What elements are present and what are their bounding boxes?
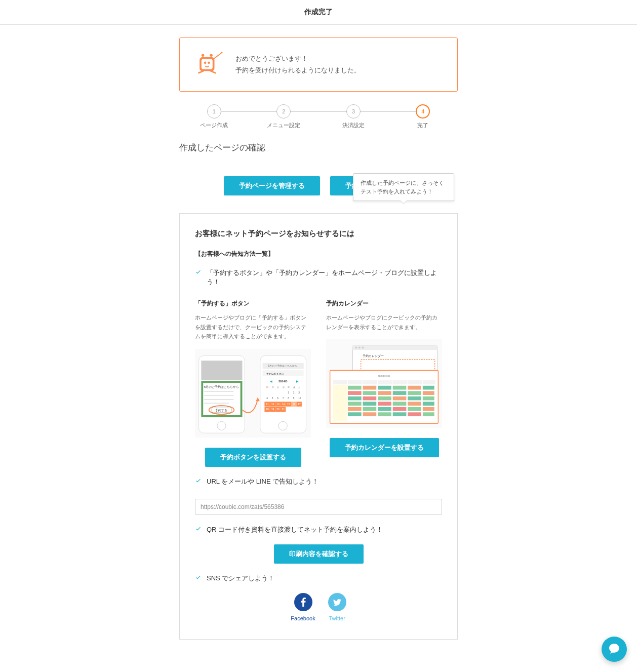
step-connector	[284, 111, 353, 112]
svg-text:◀: ◀	[270, 380, 272, 383]
step-4: 4 完了	[388, 104, 458, 129]
check-item-1: 「予約するボタン」や「予約カレンダー」をホームページ・ブログに設置しよう！	[195, 268, 442, 287]
illus-phone-header: 5月のご予約はこちらから	[204, 386, 239, 389]
congrats-box: おめでとうございます！ 予約を受け付けられるようになりました。	[179, 37, 458, 92]
url-input[interactable]	[195, 499, 442, 515]
svg-rect-100	[348, 397, 362, 401]
step-connector	[214, 111, 284, 112]
facebook-share-button[interactable]: Facebook	[291, 593, 315, 621]
svg-rect-99	[423, 391, 434, 396]
facebook-icon	[294, 593, 312, 611]
svg-rect-115	[393, 407, 407, 411]
congrats-text: おめでとうございます！ 予約を受け付けられるようになりました。	[235, 53, 361, 75]
svg-rect-112	[348, 407, 362, 411]
step-label: メニュー設定	[267, 122, 300, 129]
svg-text:9: 9	[293, 397, 295, 400]
svg-rect-87	[333, 385, 347, 421]
svg-text:日: 日	[266, 386, 268, 388]
check-icon	[195, 525, 202, 533]
svg-text:11: 11	[266, 403, 269, 406]
col-title: 「予約する」ボタン	[195, 299, 311, 308]
svg-text:火: 火	[277, 386, 279, 388]
svg-line-8	[214, 53, 222, 59]
congrats-line-1: おめでとうございます！	[235, 53, 361, 64]
svg-text:16: 16	[293, 403, 296, 406]
panel-subtitle: 【お客様への告知方法一覧】	[195, 250, 442, 258]
svg-rect-84	[393, 380, 408, 385]
svg-text:18: 18	[266, 408, 269, 411]
svg-rect-97	[393, 391, 407, 396]
social-row: Facebook Twitter	[195, 593, 442, 621]
twitter-icon	[328, 593, 346, 611]
chat-fab-button[interactable]	[602, 637, 627, 660]
check-text: 「予約するボタン」や「予約カレンダー」をホームページ・ブログに設置しよう！	[207, 268, 442, 287]
step-label: 決済設定	[342, 122, 365, 129]
check-icon	[195, 477, 202, 485]
col-desc: ホームページやブログにクービックの予約カレンダーを表示することができます。	[326, 313, 442, 332]
svg-text:予約日時を選ぶ: 予約日時を選ぶ	[266, 372, 284, 375]
check-icon	[195, 268, 202, 276]
illus-reserve-btn: 予約する	[215, 409, 227, 412]
svg-rect-110	[408, 402, 421, 406]
svg-text:土: 土	[298, 386, 300, 388]
svg-rect-119	[363, 413, 377, 417]
svg-rect-95	[363, 391, 377, 396]
svg-point-3	[208, 62, 210, 64]
manage-page-button[interactable]: 予約ページを管理する	[224, 176, 320, 195]
svg-rect-102	[378, 397, 391, 401]
svg-rect-106	[348, 402, 362, 406]
svg-rect-81	[348, 380, 363, 385]
svg-rect-90	[378, 386, 391, 390]
svg-text:19: 19	[271, 408, 274, 411]
svg-text:木: 木	[288, 386, 290, 388]
calendar-illustration: 予約カレンダー sample site	[326, 339, 442, 428]
check-text: QR コード付き資料を直接渡してネット予約を案内しよう！	[207, 525, 383, 534]
svg-point-73	[362, 347, 364, 349]
check-item-4: SNS でシェアしよう！	[195, 574, 442, 583]
step-1: 1 ページ作成	[179, 104, 249, 129]
svg-rect-121	[393, 413, 407, 417]
svg-rect-120	[378, 413, 391, 417]
svg-rect-109	[393, 402, 407, 406]
set-booking-button[interactable]: 予約ボタンを設置する	[205, 448, 301, 467]
svg-rect-93	[423, 386, 434, 390]
svg-text:月: 月	[272, 386, 274, 388]
set-calendar-button[interactable]: 予約カレンダーを設置する	[330, 438, 439, 457]
svg-rect-108	[378, 402, 391, 406]
svg-text:5: 5	[272, 397, 273, 400]
svg-text:21: 21	[282, 408, 285, 411]
col-desc: ホームページやブログに「予約する」ボタンを設置するだけで、クービックの予約システ…	[195, 313, 311, 341]
header-divider	[0, 24, 637, 25]
svg-rect-113	[363, 407, 377, 411]
svg-rect-107	[363, 402, 377, 406]
button-illustration: 5月のご予約はこちらから 予約する	[195, 349, 311, 438]
svg-text:2: 2	[293, 391, 295, 394]
twitter-share-button[interactable]: Twitter	[328, 593, 346, 621]
step-connector	[353, 111, 423, 112]
check-text: URL をメールや LINE で告知しよう！	[207, 477, 318, 486]
svg-point-4	[202, 54, 205, 57]
svg-text:水: 水	[283, 386, 285, 388]
svg-rect-117	[423, 407, 434, 411]
print-content-button[interactable]: 印刷内容を確認する	[274, 544, 364, 564]
svg-line-6	[198, 71, 203, 73]
svg-point-2	[204, 62, 207, 64]
svg-text:13: 13	[276, 403, 280, 406]
chat-icon	[608, 643, 620, 656]
svg-rect-85	[408, 380, 422, 385]
svg-text:5月のご予約はこちらから: 5月のご予約はこちらから	[268, 365, 298, 368]
svg-point-9	[221, 52, 223, 53]
svg-rect-96	[378, 391, 391, 396]
svg-text:1: 1	[288, 391, 289, 394]
step-circle: 3	[346, 104, 361, 118]
svg-rect-105	[423, 397, 434, 401]
svg-rect-92	[408, 386, 421, 390]
page-title: 作成完了	[0, 0, 637, 24]
progress-steps: 1 ページ作成 2 メニュー設定 3 決済設定 4 完了	[179, 104, 458, 129]
svg-rect-114	[378, 407, 391, 411]
tooltip: 作成した予約ページに、さっそくテスト予約を入れてみよう！	[353, 173, 454, 201]
step-circle: 4	[416, 104, 430, 118]
svg-text:2014/5: 2014/5	[278, 380, 288, 383]
two-column-section: 「予約する」ボタン ホームページやブログに「予約する」ボタンを設置するだけで、ク…	[195, 299, 442, 467]
calendar-column: 予約カレンダー ホームページやブログにクービックの予約カレンダーを表示することが…	[326, 299, 442, 467]
